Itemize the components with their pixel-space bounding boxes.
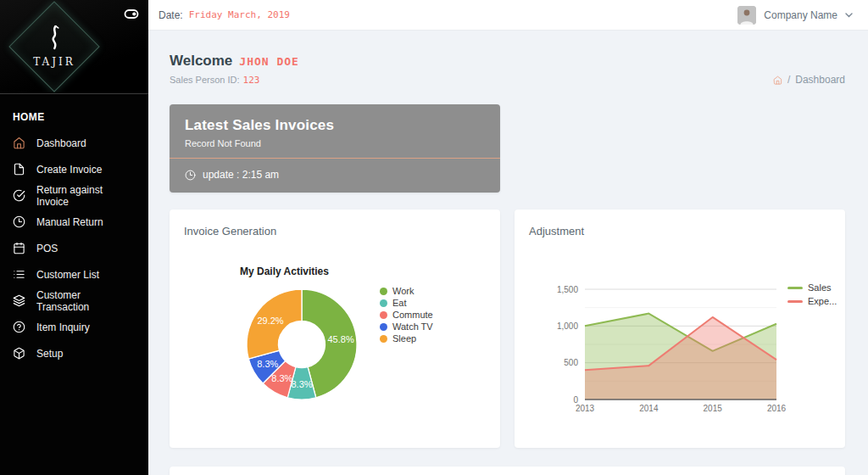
- sidebar-item-label: POS: [36, 243, 58, 254]
- sidebar-item-create-invoice[interactable]: Create Invoice: [0, 156, 148, 182]
- legend-label: Work: [392, 286, 414, 296]
- legend-swatch: [380, 323, 387, 331]
- update-time: update : 2:15 am: [185, 159, 485, 181]
- header-date: Date: Friday March, 2019: [148, 9, 290, 21]
- list-icon: [13, 268, 25, 281]
- sidebar-item-label: Create Invoice: [36, 164, 102, 176]
- svg-text:8.3%: 8.3%: [257, 359, 278, 369]
- card-title: Invoice Generation: [184, 225, 276, 238]
- sidebar-item-item-inquiry[interactable]: Item Inquiry: [0, 314, 148, 340]
- company-dropdown[interactable]: Company Name: [737, 6, 868, 25]
- legend-item: Sales: [787, 283, 837, 292]
- check-circle-icon: [13, 189, 25, 202]
- area-chart-legend: SalesExpe...: [787, 283, 837, 305]
- svg-text:8.3%: 8.3%: [291, 379, 312, 389]
- logo-area: TAJIR: [0, 0, 148, 94]
- legend-item: Work: [380, 287, 433, 295]
- top-header: Date: Friday March, 2019 Company Name: [148, 0, 868, 31]
- svg-text:2016: 2016: [767, 404, 787, 413]
- logo: TAJIR: [8, 1, 99, 92]
- sidebar-item-return-against-invoice[interactable]: Return against Invoice: [0, 182, 148, 209]
- sidebar-item-label: Customer Transaction: [36, 289, 136, 313]
- legend-item: Expe...: [787, 297, 837, 305]
- legend-label: Watch TV: [392, 321, 433, 332]
- svg-text:2014: 2014: [639, 404, 659, 413]
- greeting: Welcome: [170, 53, 232, 69]
- legend-swatch: [787, 300, 803, 303]
- donut-legend: WorkEatCommuteWatch TVSleep: [380, 287, 433, 343]
- svg-text:45.8%: 45.8%: [328, 334, 354, 344]
- sidebar-item-dashboard[interactable]: Dashboard: [0, 130, 148, 156]
- legend-swatch: [380, 299, 387, 307]
- date-label: Date:: [159, 9, 183, 21]
- update-time-text: update : 2:15 am: [203, 169, 279, 181]
- invoice-generation-card: Invoice Generation My Daily Activities 4…: [170, 210, 500, 448]
- user-name: JHON DOE: [239, 55, 299, 68]
- logo-text: TAJIR: [33, 56, 75, 68]
- donut-chart-title: My Daily Activities: [240, 265, 329, 277]
- company-name: Company Name: [764, 9, 837, 21]
- svg-text:1,500: 1,500: [557, 285, 578, 294]
- sidebar-item-label: Manual Return: [36, 216, 103, 228]
- adjustment-card: Adjustment 05001,0001,500201320142015201…: [515, 210, 845, 448]
- record-not-found-text: Record Not Found: [185, 138, 485, 148]
- clock-icon: [13, 215, 25, 228]
- legend-item: Watch TV: [380, 322, 433, 331]
- legend-label: Expe...: [808, 296, 837, 306]
- legend-label: Eat: [392, 298, 407, 308]
- legend-label: Commute: [392, 310, 433, 320]
- sidebar-item-customer-list[interactable]: Customer List: [0, 261, 148, 288]
- card-title: Adjustment: [529, 225, 584, 238]
- legend-swatch: [380, 311, 387, 319]
- box-icon: [13, 347, 25, 360]
- legend-label: Sleep: [392, 333, 416, 344]
- main-content: WelcomeJHON DOE Sales Person ID:123 / Da…: [148, 31, 868, 475]
- sidebar-item-setup[interactable]: Setup: [0, 340, 148, 366]
- legend-swatch: [380, 288, 387, 295]
- legend-item: Eat: [380, 299, 433, 307]
- sales-person-label: Sales Person ID:: [170, 75, 240, 85]
- next-card-partial: [170, 467, 845, 475]
- svg-text:29.2%: 29.2%: [257, 316, 283, 326]
- sidebar-item-manual-return[interactable]: Manual Return: [0, 209, 148, 235]
- calendar-icon: [13, 242, 25, 254]
- svg-text:0: 0: [573, 395, 578, 405]
- sidebar: TAJIR HOME Dashboard Create Invoice Retu…: [0, 0, 148, 475]
- chevron-down-icon: [845, 13, 853, 18]
- help-circle-icon: [13, 321, 25, 333]
- layers-icon: [13, 294, 25, 307]
- sidebar-item-label: Customer List: [36, 269, 99, 281]
- legend-swatch: [787, 287, 803, 289]
- svg-text:8.3%: 8.3%: [271, 373, 292, 383]
- date-value: Friday March, 2019: [189, 9, 290, 20]
- breadcrumb: / Dashboard: [773, 74, 845, 86]
- legend-swatch: [380, 335, 387, 343]
- latest-sales-invoices-card: Latest Sales Invoices Record Not Found u…: [170, 104, 500, 193]
- sales-person-id-value: 123: [243, 75, 260, 86]
- breadcrumb-current[interactable]: Dashboard: [795, 74, 845, 86]
- sidebar-nav: HOME Dashboard Create Invoice Return aga…: [0, 94, 148, 366]
- home-icon: [13, 137, 25, 149]
- sidebar-item-label: Item Inquiry: [36, 321, 90, 333]
- svg-text:1,000: 1,000: [557, 321, 578, 331]
- clock-icon: [185, 170, 196, 181]
- legend-item: Commute: [380, 310, 433, 319]
- sidebar-item-customer-transaction[interactable]: Customer Transaction: [0, 288, 148, 314]
- sales-person-id: Sales Person ID:123: [170, 75, 259, 86]
- svg-text:2015: 2015: [704, 404, 723, 413]
- card-title: Latest Sales Invoices: [185, 117, 485, 134]
- legend-item: Sleep: [380, 334, 433, 343]
- legend-label: Sales: [808, 282, 832, 293]
- sidebar-toggle-icon[interactable]: [124, 8, 139, 23]
- svg-text:500: 500: [564, 358, 578, 367]
- sidebar-item-label: Setup: [36, 348, 63, 360]
- home-icon[interactable]: [773, 75, 782, 85]
- avatar[interactable]: [737, 6, 756, 25]
- nav-section-home: HOME: [0, 104, 148, 130]
- file-icon: [13, 163, 25, 176]
- sidebar-item-label: Return against Invoice: [36, 184, 136, 208]
- sidebar-item-pos[interactable]: POS: [0, 235, 148, 261]
- donut-chart: 45.8%8.3%8.3%8.3%29.2%: [242, 285, 361, 404]
- calligraphy-icon: [47, 25, 61, 54]
- breadcrumb-separator: /: [787, 74, 790, 86]
